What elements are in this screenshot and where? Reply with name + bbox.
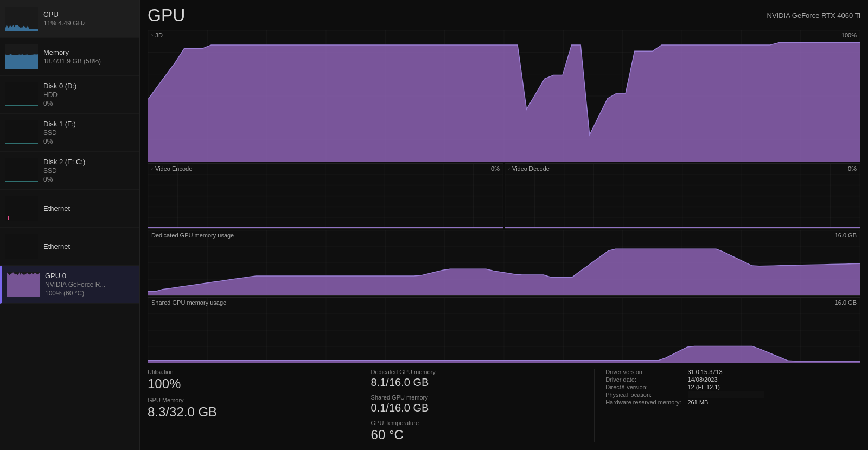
- disk0-sub1: HDD: [43, 91, 76, 99]
- cpu-thumb: [5, 7, 38, 31]
- driver-version-val: 31.0.15.3713: [688, 369, 861, 375]
- gpu0-thumb: [7, 272, 40, 297]
- chevron-icon-decode: ›: [508, 166, 510, 171]
- stat-dedicated-mem: Dedicated GPU memory 8.1/16.0 GB Shared …: [371, 369, 595, 442]
- hw-reserved-val: 261 MB: [688, 399, 861, 406]
- chart-ded-mem-label: Dedicated GPU memory usage: [151, 232, 234, 239]
- disk2-sub2: 0%: [43, 176, 85, 183]
- sidebar-item-disk1[interactable]: Disk 1 (F:) SSD 0%: [0, 114, 139, 152]
- disk0-sub2: 0%: [43, 100, 76, 107]
- stat-gpu-memory: GPU Memory 8.3/32.0 GB: [148, 397, 360, 420]
- sidebar: CPU 11% 4.49 GHz Memory 18.4/31.9 GB (58…: [0, 0, 140, 450]
- ethernet1-thumb: [5, 196, 38, 221]
- driver-date-key: Driver date:: [605, 376, 681, 383]
- chart-decode-pct: 0%: [848, 165, 857, 172]
- disk1-title: Disk 1 (F:): [43, 120, 76, 128]
- chart-encode-canvas: [148, 164, 503, 229]
- chart-decode-label: › Video Decode: [508, 165, 550, 172]
- chart-dedicated-mem: Dedicated GPU memory usage 16.0 GB: [148, 230, 860, 296]
- chevron-icon-encode: ›: [151, 166, 153, 171]
- sidebar-item-disk2[interactable]: Disk 2 (E: C:) SSD 0%: [0, 152, 139, 190]
- location-key: Physical location:: [605, 391, 681, 398]
- info-col: Driver version: 31.0.15.3713 Driver date…: [594, 369, 860, 442]
- gpu-memory-label: GPU Memory: [148, 397, 360, 403]
- gpu-device-name: NVIDIA GeForce RTX 4060 Ti: [767, 11, 860, 20]
- sidebar-info-disk2: Disk 2 (E: C:) SSD 0%: [43, 158, 85, 183]
- chart-ded-mem-pct: 16.0 GB: [835, 232, 857, 239]
- sidebar-item-memory[interactable]: Memory 18.4/31.9 GB (58%): [0, 38, 139, 76]
- chart-3d-pct: 100%: [841, 32, 857, 38]
- gpu0-sub2: 100% (60 °C): [45, 290, 105, 297]
- sidebar-info-disk1: Disk 1 (F:) SSD 0%: [43, 120, 76, 145]
- chart-encode-label: › Video Encode: [151, 165, 192, 172]
- cpu-subtitle: 11% 4.49 GHz: [43, 20, 86, 27]
- ethernet1-title: Ethernet: [43, 204, 70, 213]
- ded-mem-label: Dedicated GPU memory: [371, 369, 584, 375]
- chart-encode-pct: 0%: [491, 165, 500, 172]
- directx-key: DirectX version:: [605, 384, 681, 390]
- sidebar-info-memory: Memory 18.4/31.9 GB (58%): [43, 48, 101, 65]
- hw-reserved-key: Hardware reserved memory:: [605, 399, 681, 406]
- chart-3d-label: › 3D: [151, 32, 163, 38]
- location-val: [688, 391, 764, 398]
- shared-mem-label: Shared GPU memory: [371, 394, 584, 401]
- stat-gpu-temp: GPU Temperature 60 °C: [371, 420, 584, 442]
- ded-mem-value: 8.1/16.0 GB: [371, 376, 584, 389]
- chart-3d: › 3D 100%: [148, 30, 860, 162]
- gpu0-title: GPU 0: [45, 272, 105, 280]
- ethernet2-title: Ethernet: [43, 242, 70, 250]
- chevron-icon: ›: [151, 33, 153, 38]
- disk0-title: Disk 0 (D:): [43, 82, 76, 90]
- stats-row: Utilisation 100% GPU Memory 8.3/32.0 GB …: [148, 363, 860, 445]
- gpu-memory-value: 8.3/32.0 GB: [148, 404, 360, 420]
- chart-video-decode: › Video Decode 0%: [505, 163, 860, 229]
- cpu-title: CPU: [43, 10, 86, 18]
- chart-ded-mem-canvas: [148, 230, 860, 295]
- disk2-thumb: [5, 158, 38, 183]
- sidebar-item-ethernet2[interactable]: Ethernet: [0, 228, 139, 266]
- main-header: GPU NVIDIA GeForce RTX 4060 Ti: [148, 5, 860, 25]
- chart-decode-canvas: [505, 164, 860, 229]
- page-title: GPU: [148, 5, 185, 25]
- stat-shared-mem: Shared GPU memory 0.1/16.0 GB: [371, 394, 584, 414]
- shared-mem-value: 0.1/16.0 GB: [371, 402, 584, 414]
- sidebar-item-gpu0[interactable]: GPU 0 NVIDIA GeForce R... 100% (60 °C): [0, 266, 139, 304]
- sidebar-info-cpu: CPU 11% 4.49 GHz: [43, 10, 86, 27]
- disk1-sub1: SSD: [43, 129, 76, 137]
- disk0-thumb: [5, 82, 38, 107]
- driver-date-val: 14/08/2023: [688, 376, 861, 383]
- disk2-title: Disk 2 (E: C:): [43, 158, 85, 166]
- chart-3d-canvas: [148, 30, 860, 162]
- gpu-temp-label: GPU Temperature: [371, 420, 584, 426]
- memory-subtitle: 18.4/31.9 GB (58%): [43, 57, 101, 65]
- sidebar-info-ethernet2: Ethernet: [43, 242, 70, 250]
- sidebar-info-gpu0: GPU 0 NVIDIA GeForce R... 100% (60 °C): [45, 272, 105, 297]
- utilisation-label: Utilisation: [148, 369, 360, 375]
- sidebar-item-cpu[interactable]: CPU 11% 4.49 GHz: [0, 0, 139, 38]
- disk1-sub2: 0%: [43, 138, 76, 145]
- utilisation-value: 100%: [148, 376, 360, 391]
- chart-shared-mem: Shared GPU memory usage 16.0 GB: [148, 297, 860, 363]
- memory-title: Memory: [43, 48, 101, 56]
- sidebar-info-ethernet1: Ethernet: [43, 204, 70, 213]
- stat-utilisation: Utilisation 100% GPU Memory 8.3/32.0 GB: [148, 369, 371, 442]
- gpu0-sub1: NVIDIA GeForce R...: [45, 281, 105, 288]
- driver-version-key: Driver version:: [605, 369, 681, 375]
- disk2-sub1: SSD: [43, 167, 85, 175]
- sidebar-item-ethernet1[interactable]: Ethernet: [0, 190, 139, 228]
- memory-thumb: [5, 44, 38, 69]
- disk1-thumb: [5, 120, 38, 145]
- sidebar-item-disk0[interactable]: Disk 0 (D:) HDD 0%: [0, 76, 139, 114]
- charts-area: › 3D 100% › Video Encode 0% › Video Deco…: [148, 30, 860, 363]
- chart-shared-mem-pct: 16.0 GB: [835, 299, 857, 306]
- chart-shared-mem-canvas: [148, 298, 860, 363]
- directx-val: 12 (FL 12.1): [688, 384, 861, 390]
- ethernet2-thumb: [5, 234, 38, 259]
- sidebar-info-disk0: Disk 0 (D:) HDD 0%: [43, 82, 76, 107]
- gpu-temp-value: 60 °C: [371, 427, 584, 442]
- chart-shared-mem-label: Shared GPU memory usage: [151, 299, 226, 306]
- chart-video-encode: › Video Encode 0%: [148, 163, 503, 229]
- main-content: GPU NVIDIA GeForce RTX 4060 Ti › 3D 100%…: [140, 0, 868, 450]
